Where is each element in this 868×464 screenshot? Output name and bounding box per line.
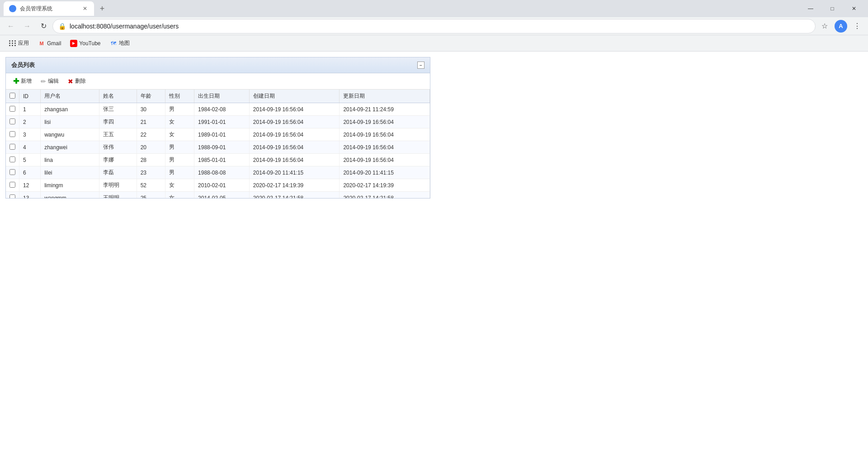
delete-button[interactable]: ✖ 删除 [64,76,90,86]
page-content: 会员列表 − ✚ 新增 ✏ 编辑 ✖ 删除 [0,52,868,464]
cell-age: 25 [137,192,165,199]
row-checkbox[interactable] [9,144,15,150]
table-row[interactable]: 4 zhangwei 张伟 20 男 1988-09-01 2014-09-19… [6,141,430,154]
minimize-button[interactable]: — [800,1,821,16]
cell-age: 21 [137,116,165,128]
cell-created: 2014-09-19 16:56:04 [249,116,340,128]
cell-updated: 2014-09-19 16:56:04 [340,128,430,141]
back-button[interactable]: ← [4,19,18,33]
menu-button[interactable]: ⋮ [850,19,864,33]
cell-id: 2 [19,116,41,128]
table-row[interactable]: 5 lina 李娜 28 男 1985-01-01 2014-09-19 16:… [6,154,430,166]
row-checkbox[interactable] [9,106,15,112]
cell-birthday: 2010-02-01 [194,179,250,192]
cell-updated: 2014-09-20 11:41:15 [340,166,430,179]
panel-collapse-button[interactable]: − [417,62,425,69]
cell-updated: 2020-02-17 14:21:58 [340,192,430,199]
cell-created: 2014-09-19 16:56:04 [249,154,340,166]
col-header-birthday: 出生日期 [194,90,250,103]
tab-title: 会员管理系统 [20,5,78,13]
cell-name: 张伟 [99,141,137,154]
cell-username: limingm [41,179,99,192]
cell-birthday: 1991-01-01 [194,116,250,128]
cell-username: zhangwei [41,141,99,154]
edit-label: 编辑 [48,77,59,85]
bookmark-youtube-label: YouTube [79,40,100,47]
table-row[interactable]: 2 lisi 李四 21 女 1991-01-01 2014-09-19 16:… [6,116,430,128]
member-table: ID 用户名 姓名 年龄 性别 出生日期 创建日期 更新日期 1 [6,90,430,198]
select-all-checkbox[interactable] [9,93,15,99]
title-bar-left: 会员管理系统 ✕ + [4,1,797,16]
cell-id: 12 [19,179,41,192]
row-checkbox[interactable] [9,131,15,137]
row-checkbox[interactable] [9,169,15,175]
cell-id: 6 [19,166,41,179]
table-row[interactable]: 12 limingm 李明明 52 女 2010-02-01 2020-02-1… [6,179,430,192]
bookmark-gmail[interactable]: M Gmail [34,38,65,49]
cell-updated: 2014-09-19 16:56:04 [340,116,430,128]
cell-name: 李娜 [99,154,137,166]
cell-age: 23 [137,166,165,179]
new-tab-button[interactable]: + [96,2,108,15]
cell-birthday: 1984-02-08 [194,103,250,116]
row-checkbox[interactable] [9,118,15,124]
edit-button[interactable]: ✏ 编辑 [37,76,62,86]
bookmark-gmail-label: Gmail [47,40,61,47]
cell-name: 王明明 [99,192,137,199]
cell-gender: 男 [165,166,194,179]
table-wrapper[interactable]: ID 用户名 姓名 年龄 性别 出生日期 创建日期 更新日期 1 [6,90,430,198]
cell-gender: 女 [165,179,194,192]
row-checkbox-cell [6,141,19,154]
cell-gender: 男 [165,141,194,154]
close-button[interactable]: ✕ [844,1,864,16]
maps-icon: 🗺 [110,40,117,47]
window-controls: — □ ✕ [800,1,864,16]
address-bar[interactable]: 🔒 localhost:8080/usermanage/user/users [52,19,816,33]
row-checkbox[interactable] [9,194,15,199]
cell-updated: 2014-09-19 16:56:04 [340,141,430,154]
cell-age: 30 [137,103,165,116]
row-checkbox[interactable] [9,156,15,162]
maximize-button[interactable]: □ [822,1,843,16]
forward-button[interactable]: → [20,19,34,33]
table-header-row: ID 用户名 姓名 年龄 性别 出生日期 创建日期 更新日期 [6,90,430,103]
cell-username: zhangsan [41,103,99,116]
cell-birthday: 1988-08-08 [194,166,250,179]
account-button[interactable]: A [834,19,848,33]
reload-button[interactable]: ↻ [36,19,51,33]
browser-tab[interactable]: 会员管理系统 ✕ [4,1,94,16]
cell-id: 3 [19,128,41,141]
table-row[interactable]: 1 zhangsan 张三 30 男 1984-02-08 2014-09-19… [6,103,430,116]
cell-name: 李磊 [99,166,137,179]
youtube-icon: ▶ [70,40,77,47]
row-checkbox-cell [6,103,19,116]
cell-age: 20 [137,141,165,154]
cell-gender: 女 [165,192,194,199]
cell-birthday: 2014-02-05 [194,192,250,199]
bookmark-star-button[interactable]: ☆ [817,19,832,33]
tab-favicon [9,5,16,12]
row-checkbox[interactable] [9,182,15,188]
member-panel: 会员列表 − ✚ 新增 ✏ 编辑 ✖ 删除 [5,57,430,199]
cell-updated: 2014-09-19 16:56:04 [340,154,430,166]
col-header-id: ID [19,90,41,103]
col-header-updated: 更新日期 [340,90,430,103]
col-header-age: 年龄 [137,90,165,103]
cell-created: 2014-09-19 16:56:04 [249,103,340,116]
cell-updated: 2020-02-17 14:19:39 [340,179,430,192]
cell-age: 22 [137,128,165,141]
cell-id: 4 [19,141,41,154]
cell-name: 张三 [99,103,137,116]
add-button[interactable]: ✚ 新增 [9,76,35,86]
cell-username: wangmm [41,192,99,199]
table-row[interactable]: 3 wangwu 王五 22 女 1989-01-01 2014-09-19 1… [6,128,430,141]
bookmark-maps[interactable]: 🗺 地图 [106,38,133,49]
cell-username: wangwu [41,128,99,141]
table-row[interactable]: 6 lilei 李磊 23 男 1988-08-08 2014-09-20 11… [6,166,430,179]
bookmark-youtube[interactable]: ▶ YouTube [66,38,104,49]
tab-close-button[interactable]: ✕ [81,5,89,12]
bookmark-apps[interactable]: 应用 [5,38,33,49]
cell-name: 李明明 [99,179,137,192]
table-row[interactable]: 13 wangmm 王明明 25 女 2014-02-05 2020-02-17… [6,192,430,199]
header-checkbox-cell [6,90,19,103]
